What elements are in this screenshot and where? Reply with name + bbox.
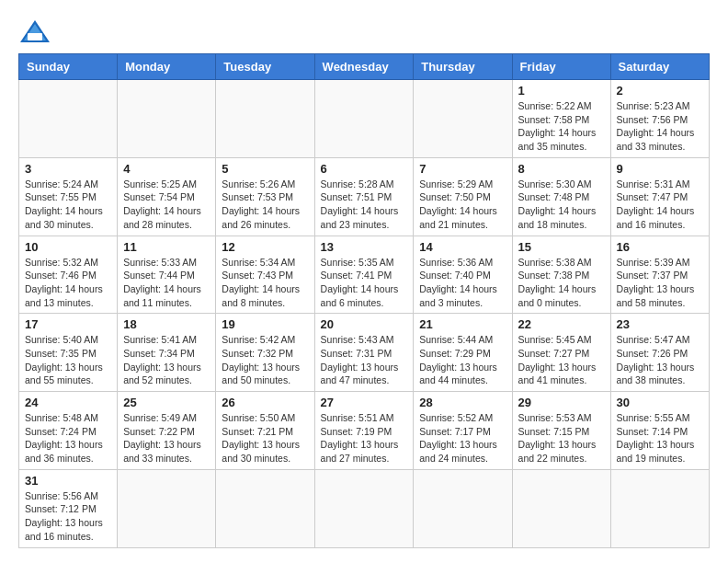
day-info: Sunrise: 5:35 AM Sunset: 7:41 PM Dayligh… <box>321 256 408 310</box>
calendar-day-cell: 28Sunrise: 5:52 AM Sunset: 7:17 PM Dayli… <box>414 392 512 470</box>
calendar-table: SundayMondayTuesdayWednesdayThursdayFrid… <box>18 53 710 548</box>
calendar-day-cell: 18Sunrise: 5:41 AM Sunset: 7:34 PM Dayli… <box>118 314 216 392</box>
calendar-day-cell: 13Sunrise: 5:35 AM Sunset: 7:41 PM Dayli… <box>314 236 414 314</box>
day-number: 30 <box>617 396 703 409</box>
calendar-day-cell: 26Sunrise: 5:50 AM Sunset: 7:21 PM Dayli… <box>216 392 314 470</box>
calendar-day-cell: 1Sunrise: 5:22 AM Sunset: 7:58 PM Daylig… <box>512 80 610 158</box>
day-info: Sunrise: 5:26 AM Sunset: 7:53 PM Dayligh… <box>222 178 308 232</box>
calendar-day-cell: 21Sunrise: 5:44 AM Sunset: 7:29 PM Dayli… <box>414 314 512 392</box>
day-info: Sunrise: 5:51 AM Sunset: 7:19 PM Dayligh… <box>321 411 408 465</box>
calendar-day-cell: 4Sunrise: 5:25 AM Sunset: 7:54 PM Daylig… <box>118 157 216 236</box>
calendar-week-row: 1Sunrise: 5:22 AM Sunset: 7:58 PM Daylig… <box>19 80 710 158</box>
day-number: 22 <box>518 317 605 331</box>
day-number: 4 <box>123 162 210 176</box>
calendar-day-cell: 5Sunrise: 5:26 AM Sunset: 7:53 PM Daylig… <box>216 157 314 236</box>
day-info: Sunrise: 5:32 AM Sunset: 7:46 PM Dayligh… <box>25 256 111 310</box>
day-number: 1 <box>518 84 605 98</box>
day-info: Sunrise: 5:24 AM Sunset: 7:55 PM Dayligh… <box>25 178 111 232</box>
day-info: Sunrise: 5:52 AM Sunset: 7:17 PM Dayligh… <box>419 411 506 465</box>
day-number: 6 <box>321 162 408 176</box>
day-number: 18 <box>123 317 210 331</box>
day-number: 29 <box>518 396 605 409</box>
day-info: Sunrise: 5:28 AM Sunset: 7:51 PM Dayligh… <box>321 178 408 232</box>
day-number: 28 <box>419 396 506 409</box>
day-info: Sunrise: 5:55 AM Sunset: 7:14 PM Dayligh… <box>617 411 703 465</box>
calendar-day-cell: 24Sunrise: 5:48 AM Sunset: 7:24 PM Dayli… <box>19 392 118 470</box>
day-info: Sunrise: 5:53 AM Sunset: 7:15 PM Dayligh… <box>518 411 605 465</box>
calendar-day-cell: 7Sunrise: 5:29 AM Sunset: 7:50 PM Daylig… <box>414 157 512 236</box>
calendar-week-row: 3Sunrise: 5:24 AM Sunset: 7:55 PM Daylig… <box>19 157 710 236</box>
calendar-day-cell <box>216 80 314 158</box>
day-info: Sunrise: 5:47 AM Sunset: 7:26 PM Dayligh… <box>617 333 703 387</box>
day-info: Sunrise: 5:34 AM Sunset: 7:43 PM Dayligh… <box>222 256 308 310</box>
day-info: Sunrise: 5:40 AM Sunset: 7:35 PM Dayligh… <box>25 333 111 387</box>
calendar-day-cell <box>118 469 216 547</box>
calendar-day-cell <box>118 80 216 158</box>
day-info: Sunrise: 5:41 AM Sunset: 7:34 PM Dayligh… <box>123 333 210 387</box>
calendar-day-cell: 10Sunrise: 5:32 AM Sunset: 7:46 PM Dayli… <box>19 236 118 314</box>
day-info: Sunrise: 5:31 AM Sunset: 7:47 PM Dayligh… <box>617 178 703 232</box>
weekday-header-monday: Monday <box>118 54 216 80</box>
day-number: 14 <box>419 240 506 254</box>
day-number: 13 <box>321 240 408 254</box>
day-info: Sunrise: 5:29 AM Sunset: 7:50 PM Dayligh… <box>419 178 506 232</box>
logo <box>18 18 55 44</box>
day-info: Sunrise: 5:36 AM Sunset: 7:40 PM Dayligh… <box>419 256 506 310</box>
day-info: Sunrise: 5:22 AM Sunset: 7:58 PM Dayligh… <box>518 99 605 154</box>
day-number: 21 <box>419 317 506 331</box>
calendar-day-cell: 11Sunrise: 5:33 AM Sunset: 7:44 PM Dayli… <box>118 236 216 314</box>
day-info: Sunrise: 5:48 AM Sunset: 7:24 PM Dayligh… <box>25 411 111 465</box>
day-number: 5 <box>222 162 308 176</box>
calendar-day-cell: 29Sunrise: 5:53 AM Sunset: 7:15 PM Dayli… <box>512 392 610 470</box>
day-number: 11 <box>123 240 210 254</box>
day-number: 26 <box>222 396 308 409</box>
calendar-day-cell: 6Sunrise: 5:28 AM Sunset: 7:51 PM Daylig… <box>314 157 414 236</box>
calendar-day-cell: 25Sunrise: 5:49 AM Sunset: 7:22 PM Dayli… <box>118 392 216 470</box>
svg-rect-2 <box>28 33 42 40</box>
day-number: 24 <box>25 396 111 409</box>
calendar-day-cell <box>414 469 512 547</box>
day-number: 15 <box>518 240 605 254</box>
day-info: Sunrise: 5:30 AM Sunset: 7:48 PM Dayligh… <box>518 178 605 232</box>
day-info: Sunrise: 5:25 AM Sunset: 7:54 PM Dayligh… <box>123 178 210 232</box>
day-info: Sunrise: 5:38 AM Sunset: 7:38 PM Dayligh… <box>518 256 605 310</box>
calendar-week-row: 31Sunrise: 5:56 AM Sunset: 7:12 PM Dayli… <box>19 469 710 547</box>
general-blue-logo-icon <box>18 18 51 44</box>
calendar-day-cell <box>314 80 414 158</box>
day-info: Sunrise: 5:44 AM Sunset: 7:29 PM Dayligh… <box>419 333 506 387</box>
day-number: 2 <box>617 84 703 98</box>
calendar-week-row: 24Sunrise: 5:48 AM Sunset: 7:24 PM Dayli… <box>19 392 710 470</box>
day-info: Sunrise: 5:39 AM Sunset: 7:37 PM Dayligh… <box>617 256 703 310</box>
calendar-day-cell <box>414 80 512 158</box>
weekday-header-sunday: Sunday <box>19 54 118 80</box>
day-number: 9 <box>617 162 703 176</box>
calendar-day-cell: 15Sunrise: 5:38 AM Sunset: 7:38 PM Dayli… <box>512 236 610 314</box>
calendar-day-cell: 31Sunrise: 5:56 AM Sunset: 7:12 PM Dayli… <box>19 469 118 547</box>
weekday-header-thursday: Thursday <box>414 54 512 80</box>
day-number: 12 <box>222 240 308 254</box>
weekday-header-saturday: Saturday <box>610 54 709 80</box>
day-number: 25 <box>123 396 210 409</box>
calendar-week-row: 17Sunrise: 5:40 AM Sunset: 7:35 PM Dayli… <box>19 314 710 392</box>
calendar-day-cell: 9Sunrise: 5:31 AM Sunset: 7:47 PM Daylig… <box>610 157 709 236</box>
day-number: 10 <box>25 240 111 254</box>
calendar-day-cell: 14Sunrise: 5:36 AM Sunset: 7:40 PM Dayli… <box>414 236 512 314</box>
calendar-day-cell <box>314 469 414 547</box>
day-number: 23 <box>617 317 703 331</box>
calendar-day-cell: 17Sunrise: 5:40 AM Sunset: 7:35 PM Dayli… <box>19 314 118 392</box>
day-number: 3 <box>25 162 111 176</box>
calendar-day-cell: 16Sunrise: 5:39 AM Sunset: 7:37 PM Dayli… <box>610 236 709 314</box>
calendar-header: SundayMondayTuesdayWednesdayThursdayFrid… <box>19 54 710 80</box>
day-info: Sunrise: 5:23 AM Sunset: 7:56 PM Dayligh… <box>617 99 703 154</box>
calendar-day-cell: 19Sunrise: 5:42 AM Sunset: 7:32 PM Dayli… <box>216 314 314 392</box>
day-number: 7 <box>419 162 506 176</box>
weekday-header-friday: Friday <box>512 54 610 80</box>
day-info: Sunrise: 5:45 AM Sunset: 7:27 PM Dayligh… <box>518 333 605 387</box>
day-info: Sunrise: 5:56 AM Sunset: 7:12 PM Dayligh… <box>25 489 111 544</box>
calendar-week-row: 10Sunrise: 5:32 AM Sunset: 7:46 PM Dayli… <box>19 236 710 314</box>
calendar-day-cell: 23Sunrise: 5:47 AM Sunset: 7:26 PM Dayli… <box>610 314 709 392</box>
weekday-header-tuesday: Tuesday <box>216 54 314 80</box>
day-number: 27 <box>321 396 408 409</box>
calendar-day-cell: 2Sunrise: 5:23 AM Sunset: 7:56 PM Daylig… <box>610 80 709 158</box>
calendar-day-cell <box>610 469 709 547</box>
